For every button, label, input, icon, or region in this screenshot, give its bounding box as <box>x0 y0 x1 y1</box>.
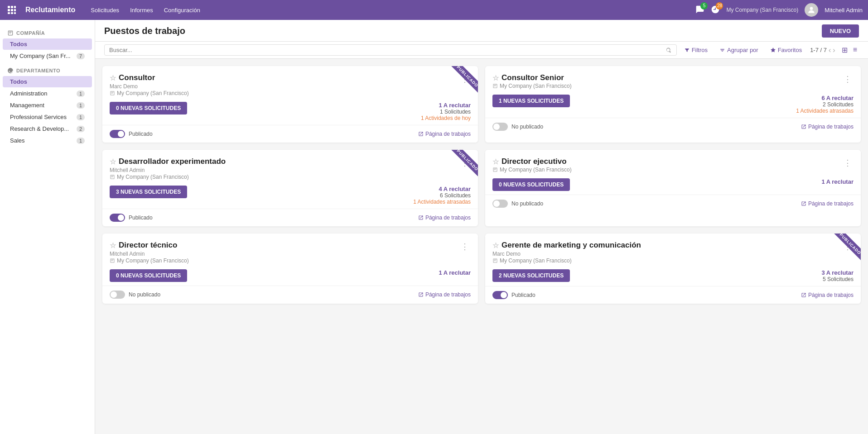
svg-rect-7 <box>11 12 13 14</box>
kebab-menu[interactable]: ⋮ <box>842 157 854 169</box>
sidebar-dept-todos[interactable]: Todos <box>3 76 92 87</box>
menu-configuracion[interactable]: Configuración <box>159 5 205 15</box>
toggle-wrap: Publicado <box>110 130 153 138</box>
kebab-menu[interactable]: ⋮ <box>842 241 854 253</box>
card-person: Mitchell Admin <box>110 167 226 173</box>
list-view-button[interactable]: ≡ <box>851 45 859 55</box>
star-favorite-icon[interactable]: ☆ <box>492 241 499 250</box>
published-toggle[interactable] <box>110 291 125 299</box>
solicitudes-button[interactable]: 0 NUEVAS SOLICITUDES <box>110 269 187 282</box>
toggle-label: No publicado <box>511 200 543 207</box>
stat-reclutar: 1 A reclutar <box>421 102 471 109</box>
card-company: My Company (San Francisco) <box>110 90 189 96</box>
search-bar[interactable] <box>104 44 677 56</box>
menu-solicitudes[interactable]: Solicitudes <box>86 5 124 15</box>
published-toggle[interactable] <box>110 130 125 138</box>
kebab-menu[interactable]: ⋮ <box>842 73 854 85</box>
kebab-menu[interactable]: ⋮ <box>459 157 471 169</box>
solicitudes-button[interactable]: 3 NUEVAS SOLICITUDES <box>110 186 187 198</box>
job-page-link[interactable]: Página de trabajos <box>418 215 471 221</box>
kebab-menu[interactable]: ⋮ <box>459 241 471 253</box>
pag-prev[interactable]: ‹ <box>829 46 831 54</box>
published-toggle[interactable] <box>492 291 508 299</box>
published-toggle[interactable] <box>492 200 508 208</box>
star-favorite-icon[interactable]: ☆ <box>110 74 116 82</box>
favoritos-button[interactable]: Favoritos <box>767 45 805 55</box>
job-page-link[interactable]: Página de trabajos <box>801 124 854 130</box>
card-body: 0 NUEVAS SOLICITUDES 1 A reclutar 1 Soli… <box>110 96 471 125</box>
stat-delayed: 1 Actividades atrasadas <box>796 108 854 114</box>
toggle-knob <box>493 124 500 130</box>
toggle-knob <box>118 215 124 221</box>
card-title: ☆ Desarrollador experimentado <box>110 157 226 166</box>
star-favorite-icon[interactable]: ☆ <box>492 74 499 82</box>
clock-icon-badge[interactable]: 28 <box>711 5 720 15</box>
building-icon <box>492 167 498 172</box>
svg-rect-1 <box>11 6 13 8</box>
toggle-label: Publicado <box>129 131 153 137</box>
solicitudes-button[interactable]: 0 NUEVAS SOLICITUDES <box>110 102 187 114</box>
company-name: My Company (San Francisco) <box>726 7 798 13</box>
stat-reclutar: 3 A reclutar <box>821 269 854 276</box>
svg-rect-5 <box>14 9 16 11</box>
card-inner: ☆ Director ejecutivo My Company (San Fra… <box>485 150 861 195</box>
published-toggle[interactable] <box>492 123 508 131</box>
sidebar-dept-professional-services[interactable]: Professional Services 1 <box>3 111 92 123</box>
nuevo-button[interactable]: NUEVO <box>822 24 859 38</box>
pag-next[interactable]: › <box>833 46 835 54</box>
card-title: ☆ Consultor <box>110 73 189 82</box>
user-avatar[interactable] <box>805 3 818 17</box>
topnav: Reclutamiento Solicitudes Informes Confi… <box>0 0 868 20</box>
sidebar-compania-todos[interactable]: Todos <box>3 38 92 50</box>
solicitudes-button[interactable]: 0 NUEVAS SOLICITUDES <box>492 178 570 191</box>
card-footer: No publicado Página de trabajos <box>485 195 861 212</box>
job-title: Desarrollador experimentado <box>119 157 226 166</box>
stat-delayed: 1 Actividades atrasadas <box>413 199 471 205</box>
sidebar-dept-management-count: 1 <box>77 102 85 109</box>
published-toggle[interactable] <box>110 214 125 222</box>
job-page-link[interactable]: Página de trabajos <box>418 131 471 137</box>
sidebar-dept-research[interactable]: Research & Develop... 2 <box>3 123 92 134</box>
filtros-button[interactable]: Filtros <box>680 45 711 55</box>
sidebar-dept-sales[interactable]: Sales 1 <box>3 135 92 146</box>
kanban-view-button[interactable]: ⊞ <box>840 45 849 55</box>
job-page-link[interactable]: Página de trabajos <box>801 292 854 298</box>
view-toggles: ⊞ ≡ <box>840 45 859 55</box>
sidebar-compania-label: COMPAÑÍA <box>0 24 95 38</box>
sidebar-dept-management[interactable]: Management 1 <box>3 100 92 111</box>
job-card: ☆ Director ejecutivo My Company (San Fra… <box>485 150 861 226</box>
page-title: Puestos de trabajo <box>104 26 815 36</box>
topnav-right: 5 28 My Company (San Francisco) Mitchell… <box>695 3 863 17</box>
card-title: ☆ Gerente de marketing y comunicación <box>492 241 641 250</box>
chat-badge: 5 <box>700 2 708 10</box>
job-page-link[interactable]: Página de trabajos <box>801 200 854 207</box>
kebab-menu[interactable]: ⋮ <box>459 73 471 85</box>
svg-rect-6 <box>8 12 10 14</box>
star-favorite-icon[interactable]: ☆ <box>492 157 499 166</box>
job-title: Director ejecutivo <box>502 157 567 166</box>
search-input[interactable] <box>109 47 665 53</box>
agrupar-button[interactable]: Agrupar por <box>716 45 762 55</box>
star-favorite-icon[interactable]: ☆ <box>110 241 116 250</box>
svg-rect-8 <box>14 12 16 14</box>
card-person: Marc Demo <box>492 251 641 257</box>
apps-grid-icon[interactable] <box>5 4 18 16</box>
card-title: ☆ Consultor Senior <box>492 73 572 82</box>
sidebar-compania-mycompany[interactable]: My Company (San Fr... 7 <box>3 50 92 62</box>
card-person: Marc Demo <box>110 83 189 90</box>
sidebar-dept-administration[interactable]: Administration 1 <box>3 88 92 99</box>
star-favorite-icon[interactable]: ☆ <box>110 157 116 166</box>
toggle-knob <box>493 200 500 207</box>
menu-informes[interactable]: Informes <box>125 5 158 15</box>
card-title-wrap: ☆ Director técnico Mitchell Admin My Com… <box>110 241 189 264</box>
job-title: Consultor Senior <box>502 73 564 82</box>
card-header: ☆ Director ejecutivo My Company (San Fra… <box>492 157 854 173</box>
external-link-icon <box>418 131 424 137</box>
main-content: Puestos de trabajo NUEVO Filtros Agrupar… <box>95 20 868 434</box>
job-page-link[interactable]: Página de trabajos <box>418 291 471 298</box>
card-company: My Company (San Francisco) <box>492 83 572 89</box>
card-footer: Publicado Página de trabajos <box>102 209 478 226</box>
chat-icon-badge[interactable]: 5 <box>695 5 704 15</box>
solicitudes-button[interactable]: 1 NUEVAS SOLICITUDES <box>492 95 570 107</box>
solicitudes-button[interactable]: 2 NUEVAS SOLICITUDES <box>492 269 570 282</box>
